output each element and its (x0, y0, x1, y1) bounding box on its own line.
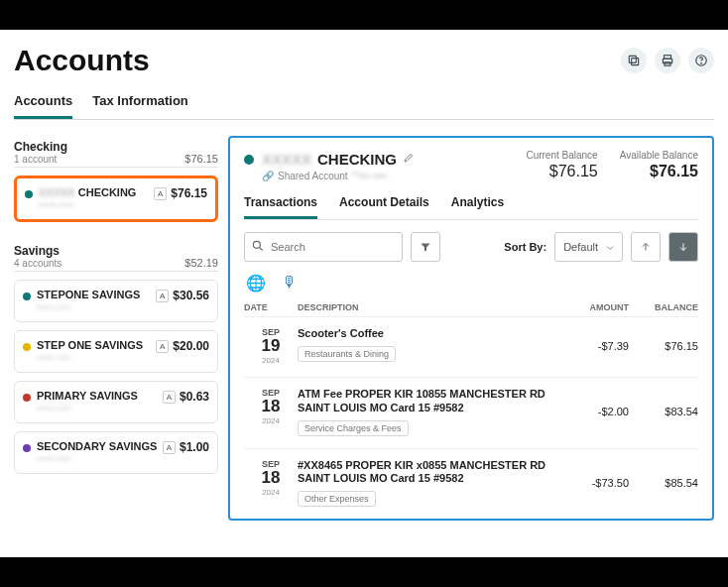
col-date: DATE (244, 302, 298, 312)
group-total: $52.19 (184, 257, 218, 269)
account-badge: A (156, 340, 169, 353)
account-badge: A (163, 391, 176, 404)
edit-icon[interactable] (403, 150, 415, 168)
search-input[interactable] (244, 232, 403, 262)
group-sub: 4 accounts (14, 258, 61, 269)
account-balance: $76.15 (171, 186, 207, 200)
tx-year: 2024 (244, 488, 298, 497)
shared-mask: **••• •••• (352, 171, 387, 181)
account-dot-icon (25, 190, 33, 198)
group-title: Savings (14, 244, 61, 258)
account-name-prefix: XXXXX (39, 186, 75, 198)
account-balance: $1.00 (180, 440, 209, 454)
subtab-account-details[interactable]: Account Details (339, 195, 429, 219)
group-total: $76.15 (184, 153, 218, 165)
group-title: Checking (14, 140, 67, 154)
account-name: STEP ONE SAVINGS (37, 339, 143, 351)
subtab-analytics[interactable]: Analytics (451, 195, 504, 219)
page-title: Accounts (14, 44, 150, 77)
sort-desc-button[interactable] (668, 232, 698, 262)
account-dot-icon (23, 293, 31, 300)
tx-balance: $85.54 (629, 477, 698, 489)
account-balance: $30.56 (173, 289, 209, 302)
account-mask: *****-**** (39, 201, 136, 211)
chevron-down-icon (604, 242, 616, 254)
tx-title: ATM Fee PROPER KIR 10855 MANCHESTER RD S… (298, 388, 549, 415)
globe-icon[interactable]: 🌐 (246, 274, 266, 293)
transaction-row[interactable]: SEP 18 2024 #XX8465 PROPER KIR x0855 MAN… (244, 449, 698, 520)
tx-title: #XX8465 PROPER KIR x0855 MANCHESTER RD S… (298, 459, 549, 487)
account-card[interactable]: XXXXX CHECKING *****-**** A $76.15 (14, 176, 218, 222)
svg-rect-0 (632, 59, 639, 65)
sort-value: Default (563, 241, 598, 253)
shared-label: Shared Account (278, 171, 348, 181)
panel-title: CHECKING (317, 151, 397, 168)
transaction-row[interactable]: SEP 18 2024 ATM Fee PROPER KIR 10855 MAN… (244, 378, 698, 449)
panel-dot-icon (244, 155, 254, 165)
svg-point-6 (701, 63, 702, 64)
sort-select[interactable]: Default (554, 232, 623, 262)
account-mask: *****-**** (37, 455, 157, 465)
available-balance-value: $76.15 (620, 163, 698, 180)
account-detail-panel: XXXXX CHECKING 🔗 Shared Account **••• ••… (228, 136, 714, 521)
current-balance-value: $76.15 (526, 163, 597, 180)
tx-title: Scooter's Coffee (298, 327, 549, 341)
sortby-label: Sort By: (504, 241, 546, 253)
account-mask: *****-**** (37, 303, 140, 313)
tx-balance: $83.54 (629, 406, 698, 417)
tx-balance: $76.15 (629, 340, 698, 352)
help-icon[interactable] (688, 48, 714, 73)
account-name: CHECKING (78, 186, 137, 198)
tx-year: 2024 (244, 416, 298, 425)
current-balance-label: Current Balance (526, 150, 597, 161)
link-icon: 🔗 (262, 171, 274, 181)
panel-title-prefix: XXXXX (262, 151, 311, 168)
tab-accounts[interactable]: Accounts (14, 93, 72, 119)
account-mask: *****-**** (37, 405, 138, 414)
tx-category[interactable]: Restaurants & Dining (298, 346, 396, 362)
tx-year: 2024 (244, 356, 298, 365)
copy-icon[interactable] (621, 48, 647, 73)
sort-asc-button[interactable] (631, 232, 661, 262)
account-card[interactable]: STEP ONE SAVINGS *****-**** A $20.00 (14, 330, 218, 373)
account-name: PRIMARY SAVINGS (37, 390, 138, 402)
col-amount: AMOUNT (559, 302, 629, 312)
account-dot-icon (23, 444, 31, 452)
account-card[interactable]: SECONDARY SAVINGS *****-**** A $1.00 (14, 431, 218, 474)
tab-tax-information[interactable]: Tax Information (92, 93, 188, 119)
col-balance: BALANCE (629, 302, 698, 312)
account-name: SECONDARY SAVINGS (37, 440, 157, 452)
account-balance: $0.63 (180, 390, 209, 404)
tx-amount: -$73.50 (559, 477, 629, 489)
svg-rect-1 (629, 56, 636, 62)
search-icon (251, 239, 265, 257)
subtab-transactions[interactable]: Transactions (244, 195, 317, 219)
transaction-row[interactable]: SEP 19 2024 Scooter's Coffee Restaurants… (244, 317, 698, 378)
account-badge: A (163, 441, 176, 454)
account-card[interactable]: PRIMARY SAVINGS *****-**** A $0.63 (14, 381, 218, 423)
account-card[interactable]: STEPONE SAVINGS *****-**** A $30.56 (14, 280, 218, 322)
col-desc: DESCRIPTION (298, 302, 559, 312)
filter-button[interactable] (411, 232, 440, 262)
account-dot-icon (23, 394, 31, 402)
account-badge: A (154, 187, 167, 200)
account-name: STEPONE SAVINGS (37, 289, 140, 300)
account-dot-icon (23, 343, 31, 351)
account-badge: A (156, 290, 169, 302)
tx-day: 18 (244, 398, 298, 414)
print-icon[interactable] (655, 48, 680, 73)
tx-category[interactable]: Service Charges & Fees (298, 420, 409, 436)
account-mask: *****-**** (37, 354, 143, 364)
group-sub: 1 account (14, 154, 67, 165)
tx-day: 18 (244, 469, 298, 486)
account-balance: $20.00 (173, 339, 209, 353)
tx-amount: -$7.39 (559, 340, 629, 352)
tx-amount: -$2.00 (559, 406, 629, 417)
tx-day: 19 (244, 337, 298, 354)
tx-month: SEP (244, 459, 298, 469)
accounts-sidebar: Checking 1 account $76.15 XXXXX CHECKING (14, 136, 218, 521)
tx-category[interactable]: Other Expenses (298, 491, 376, 507)
available-balance-label: Available Balance (620, 150, 698, 161)
microphone-icon[interactable]: 🎙 (282, 274, 298, 293)
svg-point-7 (253, 241, 260, 248)
